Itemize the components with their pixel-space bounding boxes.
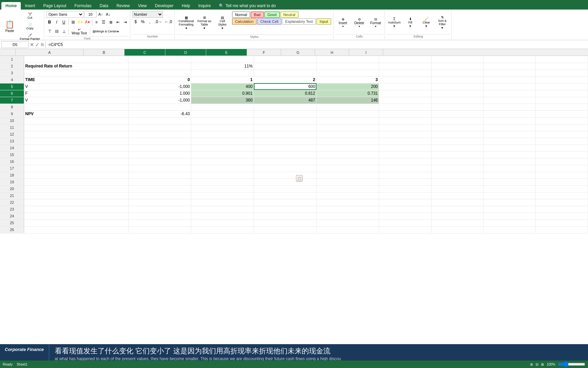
- cell-f7[interactable]: [379, 97, 431, 104]
- cond-fmt-dropdown[interactable]: ▾: [185, 26, 187, 30]
- cell-f5[interactable]: [379, 83, 431, 90]
- cell-g8[interactable]: [431, 104, 483, 110]
- cell-f3[interactable]: [379, 70, 431, 76]
- accounting-button[interactable]: $: [132, 18, 139, 25]
- cell-h4[interactable]: [484, 76, 536, 83]
- middle-align-button[interactable]: ⊟: [53, 28, 60, 35]
- cell-i6[interactable]: [536, 90, 588, 97]
- cell-d1[interactable]: [254, 56, 316, 63]
- font-color-button[interactable]: A▾: [84, 19, 91, 26]
- cell-a5[interactable]: V: [24, 83, 129, 90]
- comma-button[interactable]: ,: [147, 18, 153, 25]
- cell-b3[interactable]: [128, 70, 191, 76]
- cell-styles-dropdown[interactable]: ▾: [222, 26, 223, 30]
- cell-h1[interactable]: [484, 56, 536, 63]
- style-input[interactable]: Input: [316, 18, 331, 25]
- sheet-tab[interactable]: Sheet1: [17, 363, 28, 366]
- decrease-decimal-button[interactable]: ←.0: [164, 18, 173, 25]
- col-header-a[interactable]: A: [16, 49, 84, 56]
- cell-c7[interactable]: 360: [191, 97, 254, 104]
- view-normal-icon[interactable]: ⊞: [530, 363, 533, 366]
- confirm-formula-icon[interactable]: ✓: [35, 42, 39, 47]
- col-header-i[interactable]: I: [349, 49, 383, 56]
- cell-b4[interactable]: 0: [128, 76, 191, 83]
- tab-home[interactable]: Home: [1, 2, 21, 10]
- cell-a6[interactable]: F: [24, 90, 129, 97]
- style-good[interactable]: Good: [264, 12, 280, 18]
- tab-page-layout[interactable]: Page Layout: [39, 2, 70, 10]
- style-normal[interactable]: Normal: [232, 12, 250, 18]
- cell-g7[interactable]: [431, 97, 483, 104]
- col-header-b[interactable]: B: [84, 49, 125, 56]
- cell-g1[interactable]: [431, 56, 483, 63]
- col-header-f[interactable]: F: [247, 49, 281, 56]
- cell-a8[interactable]: [24, 104, 129, 110]
- increase-indent-button[interactable]: ⇥: [122, 19, 129, 26]
- cell-d8[interactable]: [254, 104, 316, 110]
- wrap-text-button[interactable]: ↵ Wrap Text: [70, 27, 89, 36]
- col-header-h[interactable]: H: [315, 49, 349, 56]
- clear-button[interactable]: 🧹 Clear ▾: [419, 12, 434, 33]
- cell-a3[interactable]: [24, 70, 129, 76]
- align-right-button[interactable]: ≣: [108, 19, 114, 26]
- cell-f2[interactable]: [379, 63, 431, 70]
- fill-color-button[interactable]: A▾: [77, 19, 84, 26]
- increase-font-button[interactable]: A↑: [97, 11, 104, 18]
- cell-c2[interactable]: 11%: [191, 63, 254, 70]
- format-cells-button[interactable]: ⊟ Format ▾: [368, 18, 383, 27]
- cell-b6[interactable]: 1.000: [128, 90, 191, 97]
- cell-e3[interactable]: [316, 70, 379, 76]
- cell-f1[interactable]: [379, 56, 431, 63]
- cell-g3[interactable]: [431, 70, 483, 76]
- tab-inquire[interactable]: Inquire: [194, 2, 215, 10]
- tab-help[interactable]: Help: [178, 2, 194, 10]
- border-button[interactable]: ⊞: [70, 19, 77, 26]
- tab-view[interactable]: View: [134, 2, 151, 10]
- cell-d2[interactable]: [254, 63, 316, 70]
- bold-button[interactable]: B: [46, 19, 53, 26]
- cell-b2[interactable]: [128, 63, 191, 70]
- cell-e6[interactable]: 0.731: [316, 90, 379, 97]
- cell-h6[interactable]: [484, 90, 536, 97]
- col-header-c[interactable]: C: [125, 49, 165, 56]
- cell-e9[interactable]: [316, 110, 379, 117]
- copy-button[interactable]: 📄 Copy: [17, 21, 43, 31]
- style-check-cell[interactable]: Check Cell: [257, 18, 281, 25]
- cell-g2[interactable]: [431, 63, 483, 70]
- underline-button[interactable]: U: [61, 19, 67, 26]
- cell-c8[interactable]: [191, 104, 254, 110]
- cell-e8[interactable]: [316, 104, 379, 110]
- percent-button[interactable]: %: [140, 18, 146, 25]
- cell-g9[interactable]: [431, 110, 483, 117]
- sort-filter-button[interactable]: ⇅ Sort &Filter ▾: [435, 12, 450, 33]
- cell-h5[interactable]: [484, 83, 536, 90]
- cell-b8[interactable]: [128, 104, 191, 110]
- tab-insert[interactable]: Insert: [21, 2, 39, 10]
- cell-g4[interactable]: [431, 76, 483, 83]
- cell-h8[interactable]: [484, 104, 536, 110]
- tab-data[interactable]: Data: [96, 2, 112, 10]
- insert-dropdown[interactable]: ▾: [342, 25, 344, 28]
- cell-e5[interactable]: 200: [316, 83, 379, 90]
- cell-i4[interactable]: [536, 76, 588, 83]
- font-family-select[interactable]: Open Sans: [46, 11, 84, 18]
- cell-d6[interactable]: 0.812: [254, 90, 316, 97]
- merge-center-button[interactable]: ⊞ Merge & Center ▾: [91, 28, 120, 35]
- col-header-e[interactable]: E: [206, 49, 247, 56]
- cell-i5[interactable]: [536, 83, 588, 90]
- merge-dropdown-icon[interactable]: ▾: [117, 30, 119, 33]
- cell-styles-button[interactable]: ▤ CellStyles ▾: [214, 12, 231, 34]
- paste-button[interactable]: 📋 Paste: [3, 16, 17, 37]
- cell-c3[interactable]: [191, 70, 254, 76]
- conditional-formatting-button[interactable]: ▦ ConditionalFormatting ▾: [178, 12, 195, 34]
- align-left-button[interactable]: ≡: [93, 19, 100, 26]
- view-pagebreak-icon[interactable]: ⊠: [541, 363, 544, 366]
- cell-i2[interactable]: [536, 63, 588, 70]
- cell-f6[interactable]: [379, 90, 431, 97]
- cell-d5[interactable]: 600: [254, 83, 316, 90]
- cell-b1[interactable]: [128, 56, 191, 63]
- format-dropdown[interactable]: ▾: [375, 25, 376, 28]
- cancel-formula-icon[interactable]: ✕: [30, 42, 34, 47]
- decrease-font-button[interactable]: A↓: [105, 11, 112, 18]
- insert-cells-button[interactable]: ⊕ Insert ▾: [336, 18, 350, 27]
